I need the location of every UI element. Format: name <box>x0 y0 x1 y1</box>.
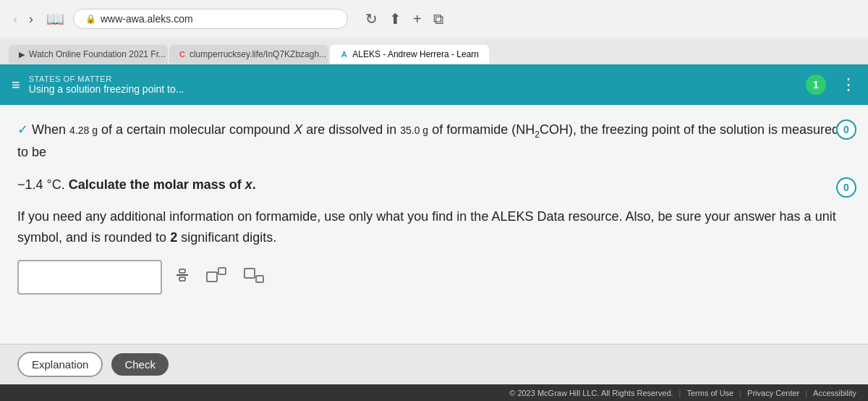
nav-buttons: ‹ › <box>9 9 38 30</box>
bottom-bar: Explanation Check <box>0 344 868 384</box>
tab-3-label: ALEKS - Andrew Herrera - Learn <box>352 49 479 59</box>
subscript-button[interactable] <box>240 263 269 290</box>
content-area: 0 ✓ When 4.28 g of a certain molecular c… <box>0 105 868 344</box>
browser-tabs: ▶ Watch Online Foundation 2021 Fr... C c… <box>0 38 868 64</box>
tab-1-label: Watch Online Foundation 2021 Fr... <box>29 49 166 59</box>
header-title-area: STATES OF MATTER Using a solution freezi… <box>29 75 797 95</box>
terms-link[interactable]: Terms of Use <box>686 389 733 397</box>
tab-2-label: clumperrucksey.life/InQ7KZbzagh... <box>190 49 326 59</box>
accessibility-link[interactable]: Accessibility <box>813 389 856 397</box>
tab-2-favicon: C <box>179 49 185 59</box>
browser-chrome: ‹ › 📖 🔒 www-awa.aleks.com ↻ ⬆ + ⧉ ▶ Watc… <box>0 0 868 64</box>
copyright-text: © 2023 McGraw Hill LLC. All Rights Reser… <box>509 389 673 397</box>
aleks-header: ≡ STATES OF MATTER Using a solution free… <box>0 64 868 105</box>
header-badge: 1 <box>806 75 826 95</box>
tab-2[interactable]: C clumperrucksey.life/InQ7KZbzagh... ✕ <box>169 45 328 64</box>
header-topic: Using a solution freezing point to... <box>29 83 797 95</box>
bookmarks-icon[interactable]: 📖 <box>46 10 64 28</box>
explanation-button[interactable]: Explanation <box>17 352 103 377</box>
tab-1-favicon: ▶ <box>19 49 25 59</box>
superscript-button[interactable] <box>203 263 231 290</box>
score-badge-2: 0 <box>836 177 856 198</box>
aleks-app: ≡ STATES OF MATTER Using a solution free… <box>0 64 868 401</box>
lock-icon: 🔒 <box>85 14 96 24</box>
footer: © 2023 McGraw Hill LLC. All Rights Reser… <box>0 384 868 401</box>
address-bar[interactable]: 🔒 www-awa.aleks.com <box>73 9 348 29</box>
forward-button[interactable]: › <box>25 9 38 30</box>
checkmark-icon: ✓ <box>17 122 28 137</box>
reload-icon[interactable]: ↻ <box>365 10 378 28</box>
answer-input[interactable] <box>17 260 162 295</box>
question-line1-prefix: ✓ When 4.28 g of a certain molecular com… <box>17 122 839 159</box>
svg-rect-4 <box>218 268 226 274</box>
math-toolbar <box>171 263 269 290</box>
add-tab-icon[interactable]: + <box>413 11 422 28</box>
svg-rect-2 <box>179 277 185 281</box>
check-button[interactable]: Check <box>111 353 169 376</box>
fraction-button[interactable] <box>171 263 194 290</box>
url-text: www-awa.aleks.com <box>101 13 193 25</box>
question-text-instructions: If you need any additional information o… <box>17 206 851 248</box>
copy-icon[interactable]: ⧉ <box>433 11 443 28</box>
answer-input-row <box>17 260 851 295</box>
share-icon[interactable]: ⬆ <box>389 10 401 28</box>
svg-rect-1 <box>179 269 185 273</box>
tab-3-favicon: A <box>340 49 348 59</box>
svg-rect-3 <box>207 272 217 282</box>
header-more-icon[interactable]: ⋮ <box>841 75 856 94</box>
browser-actions: ↻ ⬆ + ⧉ <box>365 10 443 28</box>
tab-1[interactable]: ▶ Watch Online Foundation 2021 Fr... <box>9 45 168 64</box>
svg-rect-6 <box>256 276 263 282</box>
back-button[interactable]: ‹ <box>9 9 22 30</box>
question-text-main: ✓ When 4.28 g of a certain molecular com… <box>17 119 851 163</box>
svg-rect-5 <box>244 269 255 278</box>
hamburger-menu[interactable]: ≡ <box>12 77 20 93</box>
browser-toolbar: ‹ › 📖 🔒 www-awa.aleks.com ↻ ⬆ + ⧉ <box>0 0 868 38</box>
header-subtitle: STATES OF MATTER <box>29 75 797 83</box>
question-text-continued: −1.4 °C. Calculate the molar mass of x. <box>17 174 851 195</box>
score-badge-1: 0 <box>836 119 856 140</box>
privacy-link[interactable]: Privacy Center <box>747 389 799 397</box>
tab-3[interactable]: A ALEKS - Andrew Herrera - Learn <box>330 45 489 64</box>
